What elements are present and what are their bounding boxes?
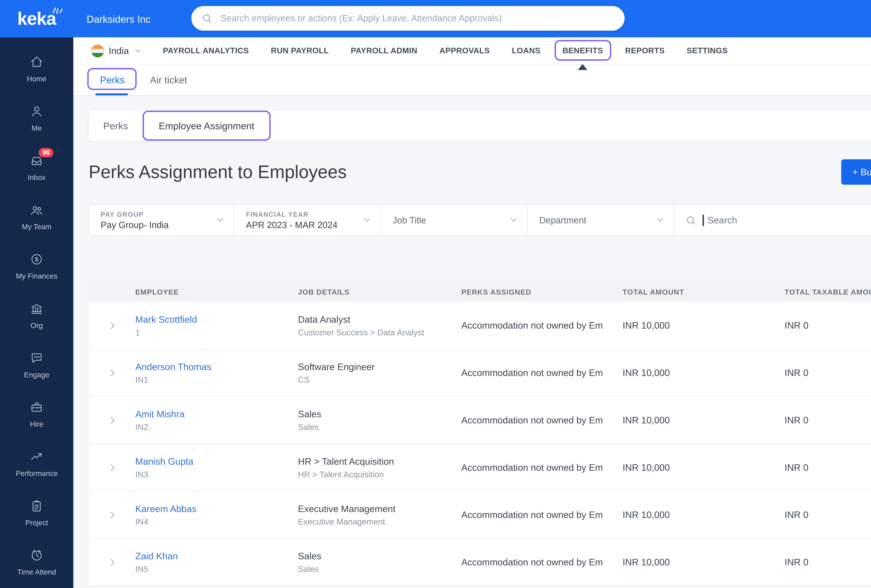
row-expand-chevron-icon[interactable] <box>107 462 117 472</box>
job-path: HR > Talent Acquisition <box>298 470 461 479</box>
column-header-job-details: JOB DETAILS <box>298 288 461 296</box>
column-header-employee: EMPLOYEE <box>135 288 298 296</box>
table-row: Manish Gupta IN3 HR > Talent Acquisition… <box>89 444 871 491</box>
sidebar-item-org[interactable]: Org <box>0 290 73 340</box>
employee-name-link[interactable]: Mark Scottfield <box>135 314 298 324</box>
chevron-down-icon <box>655 215 665 225</box>
pay-group-dropdown[interactable]: PAY GROUP Pay Group- India <box>89 205 235 235</box>
active-tab-underline <box>95 93 128 95</box>
sidebar-item-label: My Finances <box>16 272 57 280</box>
screen-stage: keka Darksiders Inc <box>0 0 871 588</box>
employee-name-link[interactable]: Kareem Abbas <box>135 503 298 513</box>
sidebar-item-performance[interactable]: Performance <box>0 439 73 488</box>
module-nav-bar: India PAYROLL ANALYTICS RUN PAYROLL PAYR… <box>73 37 871 64</box>
department-dropdown[interactable]: Department <box>528 205 675 235</box>
perks-assigned-value: Accommodation not owned by Em <box>461 320 623 331</box>
pay-group-value: Pay Group- India <box>101 220 223 230</box>
inbox-badge: 98 <box>39 148 54 157</box>
sidebar-item-my-finances[interactable]: $ My Finances <box>0 241 73 290</box>
row-expand-chevron-icon[interactable] <box>107 415 117 425</box>
employee-name-link[interactable]: Anderson Thomas <box>135 361 298 372</box>
sidebar-item-project[interactable]: Project <box>0 488 73 537</box>
page-title: Perks Assignment to Employees <box>89 162 347 183</box>
subnav-item-air-ticket[interactable]: Air ticket <box>138 64 200 95</box>
total-taxable-amount-value: INR 0 <box>784 320 871 331</box>
job-path: Customer Success > Data Analyst <box>298 328 461 337</box>
clock-icon <box>30 548 43 563</box>
perks-assigned-value: Accommodation not owned by Em <box>461 367 623 378</box>
sidebar-item-label: Me <box>31 124 42 132</box>
table-row: Kareem Abbas IN4 Executive Management Ex… <box>89 491 871 539</box>
bulk-assign-perk-button[interactable]: + Bulk Assign Perk <box>841 159 871 185</box>
employee-id: 1 <box>135 328 298 337</box>
legal-entity-selector[interactable]: India <box>91 44 143 57</box>
tab-perks[interactable]: Perks <box>89 111 143 141</box>
page-actions: + Bulk Assign Perk + Assign Perk <box>841 159 871 185</box>
search-icon <box>685 214 697 226</box>
performance-chart-icon <box>30 450 43 464</box>
nav-item-payroll-admin[interactable]: PAYROLL ADMIN <box>351 37 418 64</box>
perks-assignment-table: EMPLOYEE JOB DETAILS PERKS ASSIGNED TOTA… <box>89 281 871 586</box>
sidebar-item-time-attend[interactable]: Time Attend <box>0 537 73 587</box>
sidebar-item-label: My Team <box>22 222 51 230</box>
hire-briefcase-icon <box>30 400 43 415</box>
chevron-down-icon <box>215 215 225 225</box>
global-search-bar[interactable] <box>191 6 624 31</box>
text-cursor <box>703 214 703 226</box>
nav-item-payroll-analytics[interactable]: PAYROLL ANALYTICS <box>163 37 249 64</box>
job-title: HR > Talent Acquisition <box>298 456 461 466</box>
job-path: Sales <box>298 422 461 432</box>
keka-logo: keka <box>0 0 73 37</box>
table-row: Anderson Thomas IN1 Software Engineer CS… <box>89 349 871 397</box>
table-search-input[interactable] <box>706 214 871 226</box>
job-title-dropdown[interactable]: Job Title <box>381 205 528 235</box>
employee-name-link[interactable]: Amit Mishra <box>135 408 298 419</box>
legal-entity-label: India <box>109 45 129 56</box>
sidebar-item-engage[interactable]: Engage <box>0 340 73 389</box>
perks-assigned-value: Accommodation not owned by Em <box>461 557 623 567</box>
employee-id: IN5 <box>135 564 298 574</box>
sidebar-item-hire[interactable]: Hire <box>0 389 73 439</box>
nav-item-run-payroll[interactable]: RUN PAYROLL <box>271 37 329 64</box>
total-amount-value: INR 10,000 <box>623 557 784 567</box>
sidebar-item-label: Time Attend <box>17 568 56 576</box>
tab-employee-assignment[interactable]: Employee Assignment <box>143 111 270 141</box>
engage-chat-icon <box>30 351 43 366</box>
sidebar-item-me[interactable]: Me <box>0 93 73 143</box>
nav-item-loans[interactable]: LOANS <box>512 37 540 64</box>
perks-tabstrip: Perks Employee Assignment <box>89 111 871 141</box>
left-sidebar: Home Me 98 Inbox My Team $ My Finance <box>0 37 73 588</box>
sidebar-item-label: Hire <box>30 420 43 428</box>
perks-assigned-value: Accommodation not owned by Em <box>461 509 623 520</box>
nav-item-benefits[interactable]: BENEFITS <box>563 37 603 64</box>
logo-flourish-icon <box>52 5 63 14</box>
sidebar-item-home[interactable]: Home <box>0 44 73 93</box>
financial-year-dropdown[interactable]: FINANCIAL YEAR APR 2023 - MAR 2024 <box>235 205 381 235</box>
sidebar-item-inbox[interactable]: 98 Inbox <box>0 143 73 192</box>
subnav-item-perks[interactable]: Perks <box>87 64 137 95</box>
table-search-field[interactable] <box>675 205 871 235</box>
employee-name-link[interactable]: Zaid Khan <box>135 551 298 561</box>
row-expand-chevron-icon[interactable] <box>107 510 117 519</box>
nav-item-reports[interactable]: REPORTS <box>625 37 664 64</box>
nav-item-settings[interactable]: SETTINGS <box>687 37 728 64</box>
chevron-down-icon <box>509 215 519 225</box>
filter-bar: PAY GROUP Pay Group- India FINANCIAL YEA… <box>89 204 871 236</box>
row-expand-chevron-icon[interactable] <box>107 320 117 330</box>
perks-assigned-value: Accommodation not owned by Em <box>461 462 623 473</box>
sidebar-item-label: Performance <box>16 469 58 477</box>
column-header-total-taxable-amount: TOTAL TAXABLE AMOUNT <box>784 288 871 296</box>
finances-icon: $ <box>30 252 43 267</box>
employee-name-link[interactable]: Manish Gupta <box>135 456 298 466</box>
row-expand-chevron-icon[interactable] <box>107 368 117 377</box>
table-row: Zaid Khan IN5 Sales Sales Accommodation … <box>89 539 871 586</box>
table-header-row: EMPLOYEE JOB DETAILS PERKS ASSIGNED TOTA… <box>89 281 871 302</box>
job-path: Sales <box>298 564 461 574</box>
sidebar-item-label: Home <box>27 75 46 82</box>
nav-item-approvals[interactable]: APPROVALS <box>439 37 490 64</box>
team-icon <box>30 203 43 218</box>
project-clipboard-icon <box>30 499 43 513</box>
global-search-input[interactable] <box>219 13 618 24</box>
row-expand-chevron-icon[interactable] <box>107 557 117 567</box>
sidebar-item-my-team[interactable]: My Team <box>0 192 73 241</box>
